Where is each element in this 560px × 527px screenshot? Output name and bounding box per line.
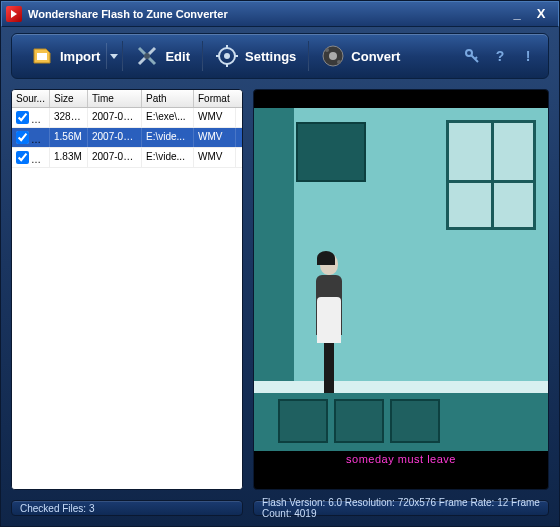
preview-scene — [254, 108, 548, 451]
about-icon[interactable]: ! — [520, 48, 536, 64]
help-icon[interactable]: ? — [492, 48, 508, 64]
cell-format: WMV — [194, 128, 236, 147]
status-info: Flash Version: 6.0 Resolution: 720x576 F… — [253, 500, 549, 516]
preview-viewport: someday must leave — [254, 90, 548, 489]
table-row[interactable]: 18...1.56M2007-04-...E:\vide...WMV — [12, 128, 242, 148]
table-header: Sour... Size Time Path Format — [12, 90, 242, 108]
import-label: Import — [60, 49, 100, 64]
col-header-size[interactable]: Size — [50, 90, 88, 107]
cell-format: WMV — [194, 108, 236, 127]
convert-icon — [321, 44, 345, 68]
statusbar: Checked Files: 3 Flash Version: 6.0 Reso… — [1, 500, 559, 522]
toolbar-right: ? ! — [464, 48, 540, 64]
cell-path: E:\exe\... — [142, 108, 194, 127]
app-icon — [6, 6, 22, 22]
key-icon[interactable] — [464, 48, 480, 64]
settings-icon — [215, 44, 239, 68]
cell-path: E:\vide... — [142, 128, 194, 147]
table-row[interactable]: de...328KB2007-02-...E:\exe\...WMV — [12, 108, 242, 128]
status-checked-files: Checked Files: 3 — [11, 500, 243, 516]
row-checkbox[interactable] — [16, 111, 29, 124]
preview-panel: someday must leave — [253, 89, 549, 490]
settings-label: Settings — [245, 49, 296, 64]
edit-label: Edit — [165, 49, 190, 64]
main-area: Sour... Size Time Path Format de...328KB… — [1, 79, 559, 500]
window-title: Wondershare Flash to Zune Converter — [28, 8, 510, 20]
cell-size: 1.83M — [50, 148, 88, 167]
col-header-time[interactable]: Time — [88, 90, 142, 107]
row-checkbox[interactable] — [16, 151, 29, 164]
cell-time: 2007-04-... — [88, 148, 142, 167]
separator — [122, 41, 123, 71]
import-icon — [30, 44, 54, 68]
minimize-button[interactable]: _ — [510, 7, 524, 21]
cell-source: 18... — [12, 128, 50, 147]
edit-button[interactable]: Edit — [125, 40, 200, 72]
separator — [308, 41, 309, 71]
app-window: Wondershare Flash to Zune Converter _ X … — [0, 0, 560, 527]
toolbar: Import Edit Settings Convert — [11, 33, 549, 79]
col-header-path[interactable]: Path — [142, 90, 194, 107]
cell-time: 2007-02-... — [88, 108, 142, 127]
cell-source: de... — [12, 108, 50, 127]
row-checkbox[interactable] — [16, 131, 29, 144]
preview-subtitle: someday must leave — [254, 453, 548, 465]
svg-point-8 — [329, 52, 337, 60]
close-button[interactable]: X — [534, 7, 548, 21]
import-dropdown[interactable] — [106, 43, 120, 69]
table-row[interactable]: 1....1.83M2007-04-...E:\vide...WMV — [12, 148, 242, 168]
cell-source: 1.... — [12, 148, 50, 167]
settings-button[interactable]: Settings — [205, 40, 306, 72]
table-body: de...328KB2007-02-...E:\exe\...WMV18...1… — [12, 108, 242, 489]
cell-size: 328KB — [50, 108, 88, 127]
svg-point-9 — [325, 48, 329, 52]
svg-point-10 — [337, 60, 341, 64]
convert-label: Convert — [351, 49, 400, 64]
titlebar: Wondershare Flash to Zune Converter _ X — [1, 1, 559, 27]
col-header-source[interactable]: Sour... — [12, 90, 50, 107]
convert-button[interactable]: Convert — [311, 40, 410, 72]
import-button[interactable]: Import — [20, 40, 110, 72]
svg-point-0 — [144, 53, 150, 59]
cell-path: E:\vide... — [142, 148, 194, 167]
file-list-panel: Sour... Size Time Path Format de...328KB… — [11, 89, 243, 490]
separator — [202, 41, 203, 71]
cell-size: 1.56M — [50, 128, 88, 147]
col-header-format[interactable]: Format — [194, 90, 236, 107]
cell-format: WMV — [194, 148, 236, 167]
svg-point-2 — [224, 53, 230, 59]
edit-icon — [135, 44, 159, 68]
cell-time: 2007-04-... — [88, 128, 142, 147]
